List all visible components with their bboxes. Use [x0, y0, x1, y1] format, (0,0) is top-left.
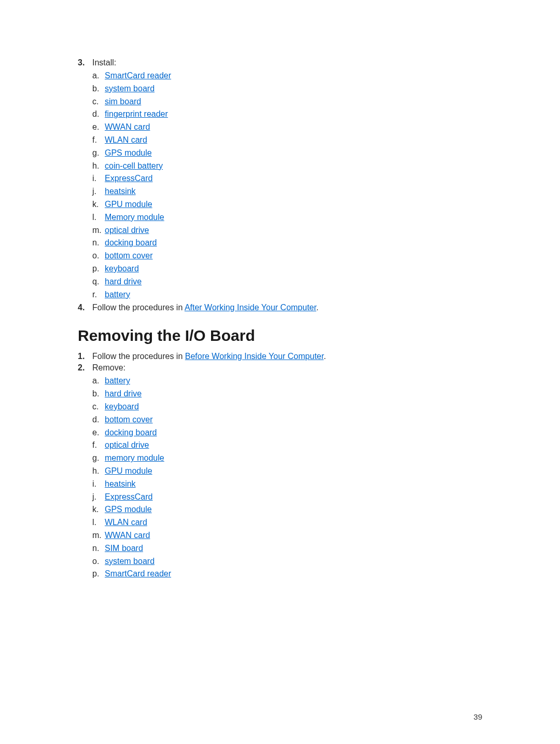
list-item: p.keyboard: [92, 263, 482, 275]
list-item: e.docking board: [92, 426, 482, 439]
sub-marker: m.: [92, 529, 105, 542]
sub-marker: k.: [92, 503, 105, 516]
list-item: g.memory module: [92, 452, 482, 465]
remove-item-link[interactable]: keyboard: [105, 401, 139, 414]
remove-item-link[interactable]: bottom cover: [105, 414, 152, 426]
remove-item-link[interactable]: heatsink: [105, 478, 136, 491]
remove-item-link[interactable]: memory module: [105, 452, 164, 465]
list-item: c.sim board: [92, 95, 482, 108]
remove-item-link[interactable]: SIM board: [105, 542, 143, 555]
install-item-link[interactable]: hard drive: [105, 275, 142, 288]
install-item-link[interactable]: ExpressCard: [105, 172, 152, 185]
sub-marker: i.: [92, 172, 105, 185]
list-item: o.bottom cover: [92, 250, 482, 263]
install-item-link[interactable]: fingerprint reader: [105, 108, 168, 121]
sub-marker: i.: [92, 478, 105, 491]
list-item: b.system board: [92, 82, 482, 95]
remove-item-link[interactable]: WWAN card: [105, 529, 150, 542]
sub-marker: a.: [92, 375, 105, 388]
section-heading: Removing the I/O Board: [78, 327, 482, 345]
step-2-remove: 2. Remove: a.batteryb.hard drivec.keyboa…: [78, 363, 482, 581]
sub-marker: l.: [92, 211, 105, 224]
remove-item-link[interactable]: docking board: [105, 426, 157, 439]
sub-marker: f.: [92, 439, 105, 452]
remove-item-link[interactable]: hard drive: [105, 388, 142, 401]
sub-marker: b.: [92, 388, 105, 401]
step-intro: Remove:: [92, 363, 482, 373]
remove-item-link[interactable]: battery: [105, 375, 130, 388]
list-item: m.optical drive: [92, 224, 482, 237]
list-item: k.GPS module: [92, 503, 482, 516]
list-item: a.SmartCard reader: [92, 70, 482, 82]
step-text-pre: Follow the procedures in: [92, 303, 185, 312]
install-list: a.SmartCard readerb.system boardc.sim bo…: [92, 70, 482, 301]
sub-marker: m.: [92, 224, 105, 237]
remove-item-link[interactable]: optical drive: [105, 439, 149, 452]
sub-marker: j.: [92, 185, 105, 198]
step-text-pre: Follow the procedures in: [92, 352, 185, 361]
install-item-link[interactable]: bottom cover: [105, 250, 152, 263]
list-item: a.battery: [92, 375, 482, 388]
install-item-link[interactable]: system board: [105, 82, 155, 95]
install-item-link[interactable]: WLAN card: [105, 134, 147, 147]
remove-item-link[interactable]: ExpressCard: [105, 491, 152, 504]
sub-marker: d.: [92, 414, 105, 426]
sub-marker: c.: [92, 401, 105, 414]
list-item: l.WLAN card: [92, 516, 482, 529]
sub-marker: e.: [92, 426, 105, 439]
sub-marker: h.: [92, 160, 105, 173]
step-text-post: .: [316, 303, 318, 312]
list-item: o.system board: [92, 555, 482, 568]
install-item-link[interactable]: SmartCard reader: [105, 70, 171, 82]
list-item: c.keyboard: [92, 401, 482, 414]
sub-marker: h.: [92, 465, 105, 478]
install-item-link[interactable]: coin-cell battery: [105, 160, 163, 173]
before-working-link[interactable]: Before Working Inside Your Computer: [185, 352, 324, 361]
list-item: p.SmartCard reader: [92, 568, 482, 581]
sub-marker: r.: [92, 288, 105, 301]
sub-marker: g.: [92, 147, 105, 160]
list-item: n.SIM board: [92, 542, 482, 555]
list-item: f.WLAN card: [92, 134, 482, 147]
install-item-link[interactable]: battery: [105, 288, 130, 301]
list-item: e.WWAN card: [92, 121, 482, 134]
list-item: i.ExpressCard: [92, 172, 482, 185]
sub-marker: n.: [92, 237, 105, 250]
list-item: h.GPU module: [92, 465, 482, 478]
page-number: 39: [473, 712, 482, 721]
list-item: l.Memory module: [92, 211, 482, 224]
sub-marker: p.: [92, 263, 105, 275]
sub-marker: o.: [92, 250, 105, 263]
sub-marker: l.: [92, 516, 105, 529]
install-item-link[interactable]: docking board: [105, 237, 157, 250]
install-item-link[interactable]: GPS module: [105, 147, 152, 160]
install-item-link[interactable]: GPU module: [105, 198, 152, 211]
install-item-link[interactable]: Memory module: [105, 211, 164, 224]
remove-item-link[interactable]: WLAN card: [105, 516, 147, 529]
remove-item-link[interactable]: system board: [105, 555, 155, 568]
sub-marker: a.: [92, 70, 105, 82]
list-item: f.optical drive: [92, 439, 482, 452]
remove-item-link[interactable]: GPU module: [105, 465, 152, 478]
list-item: k.GPU module: [92, 198, 482, 211]
remove-item-link[interactable]: SmartCard reader: [105, 568, 171, 581]
sub-marker: n.: [92, 542, 105, 555]
sub-marker: d.: [92, 108, 105, 121]
list-item: h.coin-cell battery: [92, 160, 482, 173]
step-intro: Install:: [92, 58, 482, 67]
sub-marker: b.: [92, 82, 105, 95]
step-text-post: .: [324, 352, 326, 361]
after-working-link[interactable]: After Working Inside Your Computer: [185, 303, 316, 312]
install-item-link[interactable]: WWAN card: [105, 121, 150, 134]
step-number: 1.: [78, 352, 92, 361]
install-item-link[interactable]: optical drive: [105, 224, 149, 237]
install-item-link[interactable]: heatsink: [105, 185, 136, 198]
step-number: 3.: [78, 58, 92, 67]
install-item-link[interactable]: keyboard: [105, 263, 139, 275]
step-4-follow: 4. Follow the procedures in After Workin…: [78, 303, 482, 312]
install-item-link[interactable]: sim board: [105, 95, 141, 108]
sub-marker: c.: [92, 95, 105, 108]
remove-item-link[interactable]: GPS module: [105, 503, 152, 516]
sub-marker: e.: [92, 121, 105, 134]
sub-marker: p.: [92, 568, 105, 581]
